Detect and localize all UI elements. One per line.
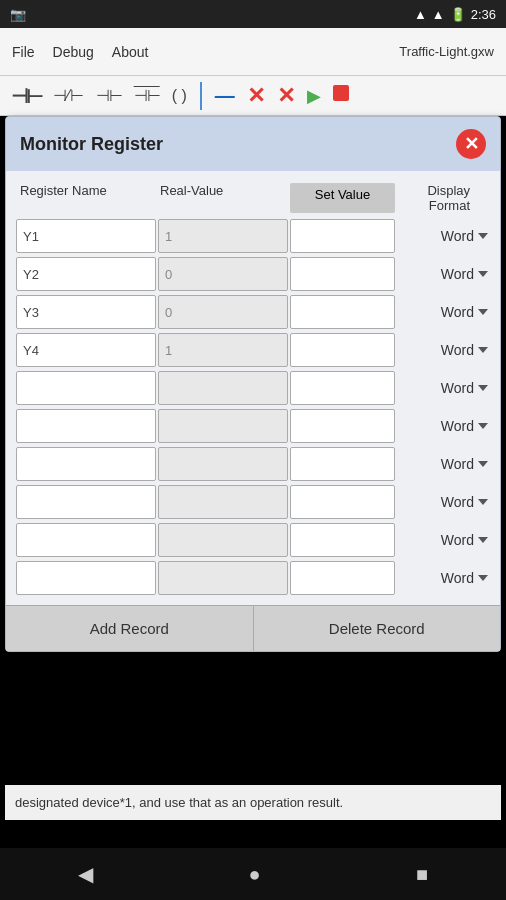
real-value-9 — [158, 561, 288, 595]
dropdown-arrow-8 — [478, 537, 488, 543]
table-row: Word — [16, 333, 490, 367]
modal-footer: Add Record Delete Record — [6, 605, 500, 651]
toolbar-contact-p[interactable]: ⊣⊢ — [93, 84, 125, 107]
bottom-text: designated device*1, and use that as an … — [15, 795, 343, 810]
real-value-4 — [158, 371, 288, 405]
format-dropdown-1[interactable]: Word — [397, 266, 490, 282]
modal-title: Monitor Register — [20, 134, 163, 155]
signal-icon: ▲ — [432, 7, 445, 22]
toolbar-line[interactable]: — — [212, 82, 238, 109]
file-title: Traffic-Light.gxw — [399, 44, 494, 59]
real-value-1 — [158, 257, 288, 291]
real-value-0 — [158, 219, 288, 253]
set-value-9[interactable] — [290, 561, 395, 595]
nav-home[interactable]: ● — [248, 863, 260, 886]
col-display-format: Display Format — [395, 183, 486, 213]
table-row: Word — [16, 561, 490, 595]
register-name-9[interactable] — [16, 561, 156, 595]
set-value-5[interactable] — [290, 409, 395, 443]
set-value-7[interactable] — [290, 485, 395, 519]
toolbar-divider — [200, 82, 202, 110]
menu-file[interactable]: File — [12, 44, 35, 60]
dropdown-arrow-9 — [478, 575, 488, 581]
col-register-name: Register Name — [20, 183, 160, 213]
dropdown-arrow-1 — [478, 271, 488, 277]
set-value-8[interactable] — [290, 523, 395, 557]
table-row: Word — [16, 257, 490, 291]
battery-icon: 🔋 — [450, 7, 466, 22]
col-real-value: Real-Value — [160, 183, 290, 213]
real-value-6 — [158, 447, 288, 481]
monitor-register-modal: Monitor Register ✕ Register Name Real-Va… — [5, 116, 501, 652]
wifi-icon: ▲ — [414, 7, 427, 22]
set-value-3[interactable] — [290, 333, 395, 367]
set-value-1[interactable] — [290, 257, 395, 291]
register-name-2[interactable] — [16, 295, 156, 329]
table-row: Word — [16, 485, 490, 519]
register-name-7[interactable] — [16, 485, 156, 519]
register-name-8[interactable] — [16, 523, 156, 557]
nav-recent[interactable]: ■ — [416, 863, 428, 886]
format-dropdown-7[interactable]: Word — [397, 494, 490, 510]
format-dropdown-4[interactable]: Word — [397, 380, 490, 396]
add-record-button[interactable]: Add Record — [6, 606, 253, 651]
table-row: Word — [16, 295, 490, 329]
toolbar: ⊣⊢ ⊣∕⊢ ⊣⊢ ⊣⊢ ( ) — ✕ ✕ ▶ — [0, 76, 506, 116]
dropdown-arrow-2 — [478, 309, 488, 315]
toolbar-delete-x2[interactable]: ✕ — [274, 81, 298, 111]
real-value-3 — [158, 333, 288, 367]
set-value-0[interactable] — [290, 219, 395, 253]
dropdown-arrow-6 — [478, 461, 488, 467]
set-value-4[interactable] — [290, 371, 395, 405]
menu-about[interactable]: About — [112, 44, 149, 60]
modal-close-button[interactable]: ✕ — [456, 129, 486, 159]
dropdown-arrow-3 — [478, 347, 488, 353]
status-bar: 📷 ▲ ▲ 🔋 2:36 — [0, 0, 506, 28]
delete-record-button[interactable]: Delete Record — [254, 606, 501, 651]
format-dropdown-3[interactable]: Word — [397, 342, 490, 358]
menu-debug[interactable]: Debug — [53, 44, 94, 60]
register-name-5[interactable] — [16, 409, 156, 443]
set-value-2[interactable] — [290, 295, 395, 329]
format-dropdown-9[interactable]: Word — [397, 570, 490, 586]
toolbar-delete-x[interactable]: ✕ — [244, 81, 268, 111]
register-name-0[interactable] — [16, 219, 156, 253]
dropdown-arrow-5 — [478, 423, 488, 429]
table-row: Word — [16, 371, 490, 405]
nav-bar: ◀ ● ■ — [0, 848, 506, 900]
table-row: Word — [16, 447, 490, 481]
format-dropdown-0[interactable]: Word — [397, 228, 490, 244]
real-value-5 — [158, 409, 288, 443]
table-row: Word — [16, 219, 490, 253]
toolbar-contact-no[interactable]: ⊣⊢ — [8, 82, 44, 110]
register-rows: Word Word Word — [16, 219, 490, 595]
format-dropdown-5[interactable]: Word — [397, 418, 490, 434]
real-value-7 — [158, 485, 288, 519]
set-value-6[interactable] — [290, 447, 395, 481]
format-dropdown-2[interactable]: Word — [397, 304, 490, 320]
table-header: Register Name Real-Value Set Value Displ… — [16, 177, 490, 219]
dropdown-arrow-4 — [478, 385, 488, 391]
app-bar: File Debug About Traffic-Light.gxw — [0, 28, 506, 76]
register-name-4[interactable] — [16, 371, 156, 405]
toolbar-contact-nc[interactable]: ⊣∕⊢ — [50, 84, 87, 107]
nav-back[interactable]: ◀ — [78, 862, 93, 886]
format-dropdown-8[interactable]: Word — [397, 532, 490, 548]
real-value-2 — [158, 295, 288, 329]
real-value-8 — [158, 523, 288, 557]
toolbar-stop[interactable] — [330, 83, 352, 108]
bottom-content: designated device*1, and use that as an … — [5, 785, 501, 821]
time-display: 2:36 — [471, 7, 496, 22]
toolbar-play[interactable]: ▶ — [304, 83, 324, 109]
toolbar-coil[interactable]: ( ) — [169, 85, 190, 107]
format-dropdown-6[interactable]: Word — [397, 456, 490, 472]
dropdown-arrow-7 — [478, 499, 488, 505]
register-name-1[interactable] — [16, 257, 156, 291]
modal-header: Monitor Register ✕ — [6, 117, 500, 171]
table-row: Word — [16, 523, 490, 557]
col-set-value: Set Value — [290, 183, 395, 213]
register-name-6[interactable] — [16, 447, 156, 481]
status-left: 📷 — [10, 7, 26, 22]
register-name-3[interactable] — [16, 333, 156, 367]
toolbar-contact-n[interactable]: ⊣⊢ — [131, 84, 163, 107]
